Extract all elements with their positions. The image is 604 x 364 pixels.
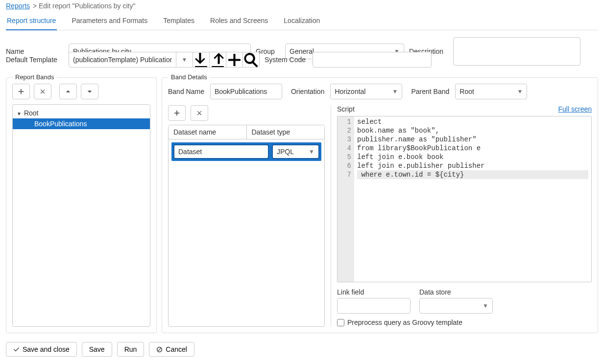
add-dataset-button[interactable] (168, 105, 186, 121)
upload-icon (210, 52, 226, 68)
name-label: Name (6, 47, 64, 55)
orientation-label: Orientation (291, 88, 324, 95)
footer-bar: Save and close Save Run Cancel (0, 336, 604, 363)
data-store-select[interactable]: ▼ (419, 298, 493, 314)
dataset-table: Dataset name Dataset type JPQL ▼ (168, 125, 325, 327)
tree-node-root[interactable]: Root (13, 108, 150, 118)
band-details-panel: Band Details Band Name Orientation Horiz… (162, 77, 598, 333)
parent-band-select[interactable]: Root ▼ (455, 84, 527, 99)
system-code-label: System Code (265, 56, 308, 64)
breadcrumb-current: > Edit report "Publications by city" (33, 2, 136, 10)
remove-band-button[interactable] (34, 84, 51, 99)
code-lines[interactable]: selectbook.name as "book",publisher.name… (354, 116, 591, 282)
remove-dataset-button[interactable] (191, 105, 208, 121)
template-add-button[interactable] (226, 52, 242, 67)
band-tree[interactable]: Root BookPublications (12, 104, 150, 327)
template-download-button[interactable] (193, 52, 209, 67)
save-button[interactable]: Save (82, 342, 112, 357)
report-bands-panel: Report Bands Root BookPublications (6, 77, 157, 333)
add-band-button[interactable] (12, 84, 30, 99)
full-screen-link[interactable]: Full screen (558, 105, 592, 113)
chevron-down-icon: ▼ (517, 88, 523, 95)
dataset-row[interactable]: JPQL ▼ (171, 142, 321, 161)
chevron-down-icon: ▼ (392, 88, 398, 95)
preprocess-checkbox[interactable] (337, 319, 344, 326)
default-template-input[interactable] (69, 52, 176, 67)
system-code-input[interactable] (313, 52, 432, 68)
report-bands-legend: Report Bands (12, 73, 57, 81)
template-search-button[interactable] (242, 52, 259, 67)
dataset-type-select[interactable]: JPQL ▼ (272, 144, 319, 159)
link-field-input[interactable] (337, 298, 411, 314)
chevron-down-icon: ▼ (483, 302, 488, 309)
plus-icon (18, 88, 24, 95)
default-template-label: Default Template (6, 56, 64, 64)
band-name-label: Band Name (168, 88, 204, 95)
tree-node-bookpublications[interactable]: BookPublications (13, 118, 150, 129)
run-button[interactable]: Run (117, 342, 145, 357)
script-label: Script (337, 105, 355, 113)
dataset-name-header[interactable]: Dataset name (169, 125, 247, 139)
link-field-label: Link field (337, 288, 411, 296)
description-input[interactable] (453, 37, 580, 66)
plus-icon (226, 52, 242, 68)
parent-band-label: Parent Band (411, 88, 449, 95)
close-icon (39, 88, 46, 95)
dataset-type-value: JPQL (277, 148, 294, 156)
tab-localization[interactable]: Localization (283, 13, 321, 30)
preprocess-label: Preprocess query as Groovy template (347, 318, 462, 326)
script-editor[interactable]: 1234567 selectbook.name as "book",publis… (337, 116, 592, 282)
ban-icon (156, 346, 163, 353)
orientation-select[interactable]: Horizontal ▼ (330, 84, 402, 99)
tab-report-structure[interactable]: Report structure (6, 13, 57, 30)
caret-down-icon (86, 88, 93, 95)
move-down-button[interactable] (81, 84, 98, 99)
check-icon (13, 346, 20, 353)
tab-roles[interactable]: Roles and Screens (209, 13, 269, 30)
data-store-label: Data store (419, 288, 493, 296)
download-icon (193, 52, 209, 68)
move-up-button[interactable] (59, 84, 77, 99)
cancel-button[interactable]: Cancel (149, 342, 194, 357)
caret-up-icon (65, 88, 72, 95)
tab-bar: Report structure Parameters and Formats … (6, 13, 598, 30)
breadcrumb: Reports > Edit report "Publications by c… (0, 0, 604, 13)
band-details-legend: Band Details (168, 73, 210, 81)
template-dropdown-button[interactable]: ▼ (176, 52, 193, 67)
default-template-picker: ▼ (69, 52, 260, 68)
orientation-value: Horizontal (335, 88, 365, 95)
save-and-close-button[interactable]: Save and close (6, 342, 77, 357)
dataset-name-input[interactable] (173, 144, 269, 159)
chevron-down-icon: ▼ (309, 148, 314, 155)
reports-link[interactable]: Reports (6, 2, 30, 10)
line-gutter: 1234567 (338, 116, 354, 282)
search-icon (243, 52, 259, 68)
plus-icon (173, 110, 180, 116)
band-name-input[interactable] (210, 84, 282, 99)
parent-band-value: Root (459, 88, 474, 95)
group-value: General (290, 47, 314, 55)
template-upload-button[interactable] (209, 52, 226, 67)
tab-parameters[interactable]: Parameters and Formats (71, 13, 148, 30)
tab-templates[interactable]: Templates (162, 13, 195, 30)
dataset-type-header[interactable]: Dataset type (247, 125, 325, 139)
close-icon (196, 110, 203, 116)
